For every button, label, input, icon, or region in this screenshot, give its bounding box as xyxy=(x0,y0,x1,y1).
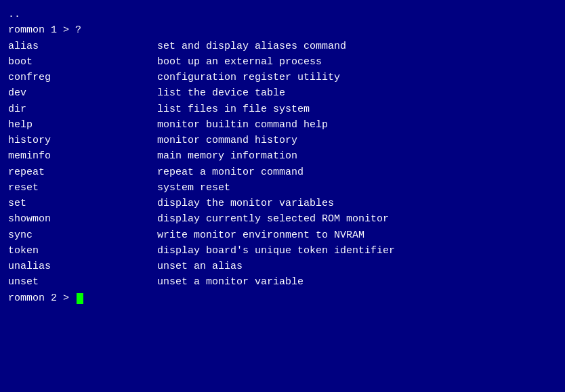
command-description: repeat a monitor command xyxy=(157,165,304,180)
cursor-block xyxy=(77,293,83,304)
command-description: display the monitor variables xyxy=(157,196,334,211)
command-description: unset a monitor variable xyxy=(157,274,304,290)
terminal-line: dirlist files in file system xyxy=(8,102,557,117)
terminal-line: syncwrite monitor environment to NVRAM xyxy=(8,227,557,243)
terminal-line: meminfomain memory information xyxy=(8,148,557,164)
terminal-line: devlist the device table xyxy=(8,85,557,101)
prompt-text: rommon 2 > xyxy=(8,292,75,304)
command-name: showmon xyxy=(8,211,157,227)
terminal-line: historymonitor command history xyxy=(8,133,557,148)
command-name: reset xyxy=(8,180,157,196)
command-name: unset xyxy=(8,274,157,290)
command-description: system reset xyxy=(157,180,230,196)
command-name: meminfo xyxy=(8,148,157,164)
command-description: configuration register utility xyxy=(157,70,340,85)
command-name: dev xyxy=(8,85,157,101)
terminal-line: resetsystem reset xyxy=(8,180,557,196)
command-name: history xyxy=(8,133,157,148)
command-description: display currently selected ROM monitor xyxy=(157,211,389,227)
command-description: set and display aliases command xyxy=(157,39,346,54)
command-name: boot xyxy=(8,54,157,70)
terminal-line: bootboot up an external process xyxy=(8,54,557,70)
terminal-line: repeatrepeat a monitor command xyxy=(8,165,557,180)
terminal-line: showmondisplay currently selected ROM mo… xyxy=(8,211,557,227)
terminal-line: helpmonitor builtin command help xyxy=(8,117,557,133)
command-name: dir xyxy=(8,102,157,117)
command-description: display board's unique token identifier xyxy=(157,243,395,259)
command-description: list the device table xyxy=(157,85,285,101)
command-description: main memory information xyxy=(157,148,297,164)
command-description: unset an alias xyxy=(157,259,243,274)
command-name: repeat xyxy=(8,165,157,180)
terminal-line: unsetunset a monitor variable xyxy=(8,274,557,290)
command-description: monitor builtin command help xyxy=(157,117,328,133)
command-name: unalias xyxy=(8,259,157,274)
command-prompt[interactable]: rommon 2 > xyxy=(8,290,557,306)
terminal-window: ..rommon 1 > ?aliasset and display alias… xyxy=(0,0,565,392)
command-description: boot up an external process xyxy=(157,54,322,70)
command-name: sync xyxy=(8,227,157,243)
command-description: write monitor environment to NVRAM xyxy=(157,227,364,243)
terminal-line: confregconfiguration register utility xyxy=(8,70,557,85)
command-name: set xyxy=(8,196,157,211)
command-description: monitor command history xyxy=(157,133,297,148)
terminal-line: unaliasunset an alias xyxy=(8,259,557,274)
command-description: list files in file system xyxy=(157,102,310,117)
terminal-line: .. xyxy=(8,7,557,22)
command-name: alias xyxy=(8,39,157,54)
terminal-line: setdisplay the monitor variables xyxy=(8,196,557,211)
command-name: help xyxy=(8,117,157,133)
command-name: confreg xyxy=(8,70,157,85)
terminal-line: aliasset and display aliases command xyxy=(8,39,557,54)
terminal-line: rommon 1 > ? xyxy=(8,22,557,38)
terminal-line: tokendisplay board's unique token identi… xyxy=(8,243,557,259)
command-name: token xyxy=(8,243,157,259)
